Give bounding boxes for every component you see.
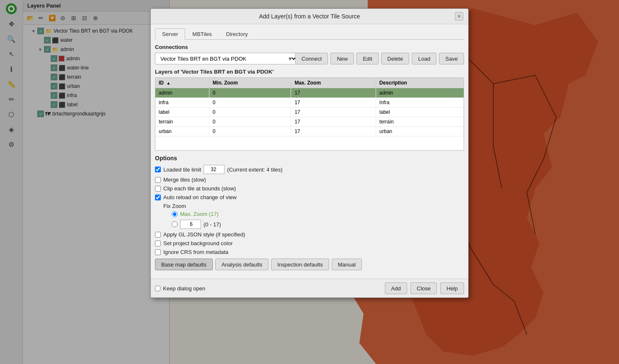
fix-zoom-title: Fix Zoom	[163, 203, 464, 209]
checkbox-ignore-crs[interactable]	[155, 249, 161, 255]
label-merge-tiles: Merge tiles (slow)	[163, 177, 206, 183]
option-auto-reload: Auto reload on change of view	[155, 194, 464, 200]
cell-max-zoom: 17	[291, 88, 376, 98]
cell-description: label	[376, 108, 464, 117]
label-auto-reload: Auto reload on change of view	[163, 194, 237, 200]
col-max-zoom[interactable]: Max. Zoom	[291, 78, 376, 88]
load-button[interactable]: Load	[412, 53, 436, 64]
spinbox-tile-limit[interactable]	[204, 165, 224, 174]
dialog-close-button[interactable]: ×	[455, 12, 463, 21]
col-description[interactable]: Description	[376, 78, 464, 88]
table-row[interactable]: infra 0 17 Infra	[155, 98, 464, 108]
footer-left: Keep dialog open	[155, 285, 205, 292]
cell-min-zoom: 0	[209, 127, 291, 136]
cell-max-zoom: 17	[291, 108, 376, 117]
checkbox-merge-tiles[interactable]	[155, 177, 161, 183]
label-apply-gl-json: Apply GL JSON style (if specified)	[163, 231, 245, 238]
cell-description: urban	[376, 127, 464, 136]
inspection-defaults-button[interactable]: Inspection defaults	[271, 259, 329, 270]
layers-table: ID ▲ Min. Zoom Max. Zoom Description adm…	[155, 78, 464, 136]
tile-limit-info: (Current extent: 4 tiles)	[227, 167, 282, 173]
cell-min-zoom: 0	[209, 117, 291, 127]
checkbox-keep-open[interactable]	[155, 286, 160, 291]
option-ignore-crs: Ignore CRS from metadata	[155, 249, 464, 255]
cell-description: terrain	[376, 117, 464, 127]
footer-right: Add Close Help	[385, 282, 464, 294]
col-id[interactable]: ID ▲	[155, 78, 209, 88]
dialog: Add Layer(s) from a Vector Tile Source ×…	[150, 8, 469, 298]
option-merge-tiles: Merge tiles (slow)	[155, 177, 464, 183]
option-clip-tile: Clip each tile at bounds (slow)	[155, 185, 464, 192]
connect-button[interactable]: Connect	[295, 53, 328, 64]
table-row[interactable]: terrain 0 17 terrain	[155, 117, 464, 127]
tab-bar: Server MBTiles Directory	[155, 28, 464, 40]
new-button[interactable]: New	[330, 53, 354, 64]
help-button[interactable]: Help	[440, 282, 464, 294]
dialog-footer: Keep dialog open Add Close Help	[151, 279, 468, 297]
radio-max-zoom[interactable]	[172, 211, 178, 217]
connections-label: Connections	[155, 44, 464, 50]
label-clip-tile: Clip each tile at bounds (slow)	[163, 185, 236, 192]
checkbox-clip-tile[interactable]	[155, 186, 161, 192]
modal-overlay: Add Layer(s) from a Vector Tile Source ×…	[0, 0, 619, 364]
connections-row: Vector Tiles BRT en BGT via PDOK ▼ Conne…	[155, 53, 464, 64]
table-row[interactable]: label 0 17 label	[155, 108, 464, 117]
analysis-defaults-button[interactable]: Analysis defaults	[215, 259, 269, 270]
cell-max-zoom: 17	[291, 98, 376, 108]
delete-button[interactable]: Delete	[381, 53, 410, 64]
label-keep-open: Keep dialog open	[163, 285, 205, 292]
save-button[interactable]: Save	[439, 53, 464, 64]
table-row[interactable]: urban 0 17 urban	[155, 127, 464, 136]
cell-id: label	[155, 108, 209, 117]
option-apply-gl-json: Apply GL JSON style (if specified)	[155, 231, 464, 238]
tab-server[interactable]: Server	[155, 28, 185, 40]
dialog-titlebar: Add Layer(s) from a Vector Tile Source ×	[151, 9, 468, 24]
layers-table-container: ID ▲ Min. Zoom Max. Zoom Description adm…	[155, 77, 464, 151]
cell-max-zoom: 17	[291, 117, 376, 127]
cell-id: urban	[155, 127, 209, 136]
options-title: Options	[155, 155, 464, 161]
basemap-defaults-button[interactable]: Base map defaults	[155, 259, 213, 270]
layers-section-label: Layers of 'Vector Tiles BRT en BGT via P…	[155, 69, 464, 75]
cell-id: admin	[155, 88, 209, 98]
cell-min-zoom: 0	[209, 98, 291, 108]
checkbox-auto-reload[interactable]	[155, 195, 161, 200]
cell-max-zoom: 17	[291, 127, 376, 136]
cell-id: terrain	[155, 117, 209, 127]
label-set-project-bg: Set project background color	[163, 240, 232, 246]
label-max-zoom: Max. Zoom (17)	[180, 211, 219, 217]
options-section: Options Loaded tile limit (Current exten…	[155, 155, 464, 255]
cell-description: Infra	[376, 98, 464, 108]
option-set-project-bg: Set project background color	[155, 240, 464, 246]
label-ignore-crs: Ignore CRS from metadata	[163, 249, 228, 255]
dialog-title: Add Layer(s) from a Vector Tile Source	[164, 13, 455, 20]
fix-zoom-section: Max. Zoom (17) (0 - 17)	[163, 211, 464, 229]
option-loaded-tile-limit: Loaded tile limit (Current extent: 4 til…	[155, 165, 464, 174]
radio-custom-zoom[interactable]	[172, 221, 178, 227]
connections-select[interactable]: Vector Tiles BRT en BGT via PDOK	[155, 53, 297, 64]
option-custom-zoom: (0 - 17)	[163, 220, 464, 229]
cell-min-zoom: 0	[209, 88, 291, 98]
add-button[interactable]: Add	[385, 282, 407, 294]
cell-description: admin	[376, 88, 464, 98]
tab-mbtiles[interactable]: MBTiles	[185, 28, 219, 40]
label-custom-zoom-range: (0 - 17)	[204, 221, 221, 228]
col-min-zoom[interactable]: Min. Zoom	[209, 78, 291, 88]
cell-min-zoom: 0	[209, 108, 291, 117]
label-loaded-tile-limit: Loaded tile limit	[163, 167, 201, 173]
defaults-buttons-row: Base map defaults Analysis defaults Insp…	[155, 259, 464, 270]
checkbox-loaded-tile-limit[interactable]	[155, 167, 161, 172]
option-max-zoom: Max. Zoom (17)	[163, 211, 464, 217]
table-row[interactable]: admin 0 17 admin	[155, 88, 464, 98]
checkbox-apply-gl-json[interactable]	[155, 232, 161, 238]
manual-button[interactable]: Manual	[332, 259, 362, 270]
checkbox-set-project-bg[interactable]	[155, 241, 161, 246]
spinbox-custom-zoom[interactable]	[180, 220, 201, 229]
edit-button[interactable]: Edit	[356, 53, 378, 64]
tab-directory[interactable]: Directory	[219, 28, 255, 40]
sort-arrow-id: ▲	[166, 81, 170, 85]
close-button[interactable]: Close	[410, 282, 437, 294]
dialog-body: Server MBTiles Directory Connections Vec…	[151, 24, 468, 279]
cell-id: infra	[155, 98, 209, 108]
